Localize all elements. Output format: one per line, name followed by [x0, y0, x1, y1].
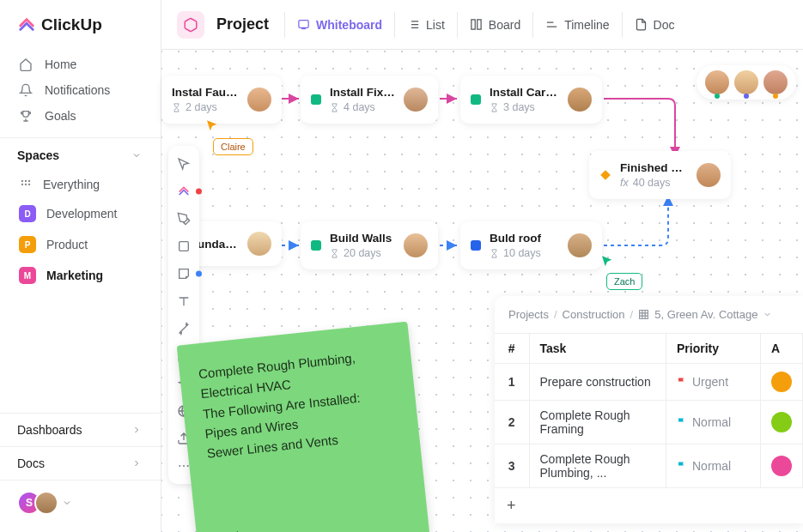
- space-label: Development: [46, 207, 118, 221]
- timeline-icon: [545, 18, 558, 31]
- svg-point-19: [179, 465, 180, 467]
- svg-point-5: [29, 184, 30, 184]
- table-row[interactable]: 2 Complete Rough Framing Normal: [495, 401, 803, 444]
- tool-select[interactable]: [171, 151, 197, 177]
- collaborator-avatar: [705, 70, 729, 94]
- grid-icon: [638, 309, 649, 320]
- hourglass-icon: [172, 103, 181, 112]
- col-assignee[interactable]: A: [761, 334, 803, 364]
- svg-point-3: [21, 184, 22, 184]
- nav-notifications[interactable]: Notifications: [0, 77, 161, 103]
- card-title: Install Fixstu...: [330, 86, 395, 99]
- tool-sticky[interactable]: [171, 261, 197, 287]
- hourglass-icon: [490, 103, 499, 112]
- nav-docs[interactable]: Docs: [0, 447, 161, 481]
- add-row-button[interactable]: +: [495, 487, 803, 523]
- card-foundation[interactable]: undati...: [187, 221, 282, 266]
- chevron-right-icon: [131, 425, 142, 435]
- card-fixtures[interactable]: Install Fixstu... 4 days: [301, 76, 438, 124]
- flag-icon: [677, 461, 687, 471]
- col-num[interactable]: #: [495, 334, 529, 364]
- collaborators[interactable]: [697, 65, 796, 100]
- nav-goals[interactable]: Goals: [0, 103, 161, 129]
- status-dot: [471, 240, 481, 251]
- bell-icon: [19, 83, 33, 97]
- card-title: Finished house: [620, 161, 688, 174]
- avatar: [404, 88, 428, 112]
- sidebar-everything[interactable]: Everything: [0, 171, 161, 198]
- status-dot: [311, 94, 321, 105]
- assignee-avatar: [771, 372, 792, 392]
- cursor-label-zach: Zach: [606, 273, 642, 290]
- table-row[interactable]: 1 Prepare construction Urgent: [495, 364, 803, 401]
- svg-rect-6: [299, 21, 308, 28]
- breadcrumb[interactable]: Projects/ Construction/ 5, Green Av. Cot…: [495, 296, 803, 333]
- whiteboard-icon: [297, 18, 310, 31]
- col-priority[interactable]: Priority: [666, 334, 761, 364]
- svg-rect-7: [471, 20, 475, 29]
- card-title: Buld roof: [490, 232, 559, 245]
- tool-text[interactable]: [171, 288, 197, 314]
- diamond-icon: [599, 169, 611, 181]
- nav-home[interactable]: Home: [0, 51, 161, 77]
- view-doc[interactable]: Doc: [622, 12, 687, 38]
- view-timeline[interactable]: Timeline: [532, 12, 621, 38]
- table-row[interactable]: 3 Complete Rough Plumbing, ... Normal: [495, 444, 803, 488]
- sidebar-space-product[interactable]: P Product: [0, 229, 161, 260]
- card-title: Install Carpetin...: [490, 86, 559, 99]
- whiteboard-canvas[interactable]: Instal Faucets 2 days Install Fixstu... …: [161, 50, 803, 532]
- topbar: Project Whiteboard List Board Timeline D…: [161, 0, 803, 50]
- home-icon: [19, 57, 33, 71]
- nav-dashboards[interactable]: Dashboards: [0, 414, 161, 447]
- flag-icon: [677, 377, 687, 387]
- logo[interactable]: ClickUp: [0, 0, 161, 51]
- nav-home-label: Home: [45, 57, 76, 71]
- view-list[interactable]: List: [394, 12, 457, 38]
- assignee-avatar: [771, 412, 792, 432]
- chevron-right-icon: [131, 458, 142, 469]
- tool-pen[interactable]: [171, 206, 197, 232]
- svg-rect-13: [179, 242, 189, 251]
- space-badge: P: [19, 236, 36, 253]
- tool-connector[interactable]: [171, 316, 197, 342]
- svg-point-2: [29, 180, 30, 181]
- trophy-icon: [19, 109, 33, 123]
- user-menu[interactable]: S: [17, 491, 72, 515]
- card-carpet[interactable]: Install Carpetin... 3 days: [460, 76, 602, 124]
- svg-rect-22: [640, 311, 648, 319]
- sidebar: ClickUp Home Notifications Goals Spaces …: [0, 0, 161, 532]
- card-title: Instal Faucets: [172, 86, 239, 99]
- sidebar-space-marketing[interactable]: M Marketing: [0, 260, 161, 291]
- avatar: [568, 88, 592, 112]
- chevron-down-icon: [131, 150, 142, 160]
- project-icon: [177, 11, 204, 39]
- view-whiteboard[interactable]: Whiteboard: [284, 12, 394, 38]
- space-badge: M: [19, 267, 36, 284]
- user-avatar-photo: [34, 491, 58, 515]
- col-task[interactable]: Task: [529, 334, 666, 364]
- logo-text: ClickUp: [41, 15, 102, 34]
- list-icon: [407, 18, 420, 31]
- view-board[interactable]: Board: [457, 12, 532, 38]
- avatar: [247, 232, 271, 256]
- spaces-header[interactable]: Spaces: [0, 137, 161, 171]
- card-faucets[interactable]: Instal Faucets 2 days: [161, 76, 282, 124]
- everything-icon: [19, 178, 33, 191]
- sidebar-space-development[interactable]: D Development: [0, 198, 161, 229]
- tool-shape[interactable]: [171, 233, 197, 259]
- card-roof[interactable]: Buld roof 10 days: [460, 221, 602, 269]
- svg-point-0: [21, 180, 22, 181]
- card-finished[interactable]: Finished house fx40 days: [589, 151, 731, 199]
- sticky-note[interactable]: Complete Rough Plumbing, Electrical HVAC…: [177, 322, 430, 532]
- space-label: Product: [46, 238, 88, 251]
- card-title: undati...: [198, 238, 239, 251]
- svg-point-20: [183, 465, 185, 467]
- doc-icon: [635, 18, 648, 31]
- tool-task[interactable]: [171, 178, 197, 204]
- avatar: [568, 233, 592, 257]
- avatar: [247, 88, 271, 112]
- collaborator-avatar: [734, 70, 758, 94]
- card-walls[interactable]: Build Walls 20 days: [301, 221, 438, 269]
- avatar: [697, 163, 721, 187]
- sticky-signature: Haylee: [215, 526, 251, 532]
